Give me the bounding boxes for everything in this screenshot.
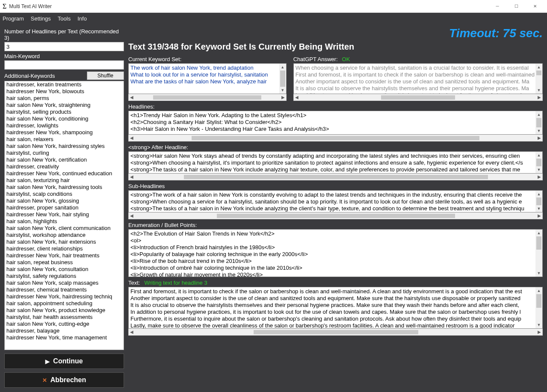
abort-button[interactable]: ✕ Abbrechen: [4, 372, 124, 388]
title-bar: Σ Multi Text AI Writer ─ ☐ ✕: [0, 0, 547, 13]
play-icon: ▶: [45, 358, 50, 365]
list-item: <strong>The tasks of a hair salon in New…: [130, 205, 535, 212]
menu-settings[interactable]: Settings: [31, 15, 51, 22]
sub-box[interactable]: <strong>The work of a hair salon in New …: [128, 190, 543, 212]
keyword-item[interactable]: hair salon New York, product knowledge: [5, 307, 124, 314]
scrollbar[interactable]: ▲▼: [535, 111, 542, 134]
maximize-button[interactable]: ☐: [507, 0, 526, 12]
answer-box[interactable]: When choosing a service for a hairstylis…: [293, 63, 543, 94]
continue-label: Continue: [53, 357, 83, 365]
answer-status: OK: [342, 56, 350, 62]
menu-info[interactable]: Info: [77, 15, 87, 22]
close-button[interactable]: ✕: [526, 0, 544, 12]
list-item: Another important aspect to consider is …: [296, 78, 535, 85]
continue-button[interactable]: ▶ Continue: [4, 354, 124, 369]
keyword-item[interactable]: hair salon New York, hair extensions: [5, 239, 124, 245]
h-scrollbar[interactable]: ◀▶: [128, 135, 543, 141]
scrollbar[interactable]: ▲▼: [535, 230, 542, 277]
headlines-box[interactable]: <h1>Trendy Hair Salon in New York. Adapt…: [128, 111, 543, 135]
enum-box[interactable]: <h2>The Evolution of Hair Salon Trends i…: [128, 229, 543, 277]
keyword-item[interactable]: hairstylist, safety regulations: [5, 273, 124, 280]
keyword-item[interactable]: hair salon, texturizing hair: [5, 177, 124, 184]
keyword-item[interactable]: hairdresser New York, hairdressing techn…: [5, 293, 124, 300]
keyword-item[interactable]: hair salon New York, certification: [5, 156, 124, 163]
keyword-item[interactable]: hair salon, repeat business: [5, 259, 124, 266]
h-scrollbar[interactable]: ◀▶: [128, 212, 543, 219]
keyword-item[interactable]: hairdresser New York, blowouts: [5, 88, 124, 95]
keyword-item[interactable]: hair salon New York, scalp massages: [5, 280, 124, 286]
keyword-item[interactable]: hairdresser, creativity: [5, 163, 124, 170]
keyword-item[interactable]: hair salon, perms: [5, 95, 124, 102]
keyword-item[interactable]: hairdresser, proper sanitation: [5, 204, 124, 211]
keyword-item[interactable]: hairdresser New York, shampooing: [5, 129, 124, 136]
keyword-item[interactable]: hair salon New York, cutting-edge: [5, 321, 124, 327]
menu-tools[interactable]: Tools: [58, 15, 71, 22]
keyword-item[interactable]: hairdresser, balayage: [5, 327, 124, 334]
list-item: In addition to personal hygiene practice…: [130, 309, 535, 315]
headlines-label: Headlines:: [128, 103, 543, 110]
list-item: <h2>Choosing a Sanitary Hair Stylist: Wh…: [130, 119, 535, 126]
keyword-item[interactable]: hairstylist, hair health assessments: [5, 314, 124, 321]
h-scrollbar[interactable]: ◀▶: [128, 94, 287, 101]
keyword-item[interactable]: hairdresser New York, hair treatments: [5, 252, 124, 259]
current-keyword-label: Current Keyword Set:: [128, 56, 287, 62]
current-keyword-box[interactable]: The work of hair salon New York, trend a…: [128, 63, 287, 94]
keyword-item[interactable]: hairdresser, chemical treatments: [5, 286, 124, 293]
list-item: Lastly, make sure to observe the overall…: [130, 322, 535, 329]
keyword-item[interactable]: hairdresser, client relationships: [5, 245, 124, 252]
text-box[interactable]: First and foremost, it is important to c…: [128, 287, 543, 329]
keyword-item[interactable]: hairstylist, selling products: [5, 109, 124, 115]
sub-label: Sub-Headlines: [128, 183, 543, 189]
list-item: <strong>Hair salon New York stays ahead …: [130, 153, 535, 159]
keyword-item[interactable]: hairstylist, scalp conditions: [5, 191, 124, 197]
scrollbar[interactable]: ▲▼: [535, 287, 542, 328]
keyword-item[interactable]: hairdresser New York, hair styling: [5, 211, 124, 218]
keyword-item[interactable]: hair salon New York, hairdressing tools: [5, 184, 124, 191]
h-scrollbar[interactable]: ◀▶: [293, 94, 543, 101]
abort-label: Abbrechen: [50, 376, 86, 384]
workspace: Number of Headlines per Text (Recommende…: [0, 24, 547, 392]
keyword-item[interactable]: hairdresser New York, continued educatio…: [5, 170, 124, 177]
minimize-button[interactable]: ─: [488, 0, 507, 12]
scrollbar[interactable]: ▲▼: [535, 191, 542, 212]
window-title: Multi Text AI Writer: [9, 3, 488, 9]
keyword-item[interactable]: hairdresser, keratin treatments: [5, 81, 124, 88]
list-item: <li>Introduction of ombré hair coloring …: [130, 265, 535, 271]
num-headlines-input[interactable]: [4, 42, 124, 51]
keyword-item[interactable]: hair salon New York, consultation: [5, 266, 124, 273]
keyword-item[interactable]: hairdresser New York, time management: [5, 334, 124, 341]
keyword-item[interactable]: hair salon New York, hairdressing styles: [5, 143, 124, 150]
keyword-item[interactable]: hair salon New York, straightening: [5, 102, 124, 109]
enum-label: Enumeration / Bullet Points:: [128, 222, 543, 228]
list-item: <strong>The tasks of a hair salon in New…: [130, 166, 535, 173]
list-item: <h3>Hair Salon in New York - Understandi…: [130, 126, 535, 133]
keyword-item[interactable]: hairstylist, workshop attendance: [5, 232, 124, 239]
app-icon: Σ: [3, 3, 6, 10]
additional-keywords-list[interactable]: hairdresser, keratin treatmentshairdress…: [4, 81, 124, 350]
keyword-item[interactable]: hair salon, relaxers: [5, 136, 124, 143]
answer-label: ChatGPT Answer:OK: [293, 56, 543, 62]
h-scrollbar[interactable]: ◀▶: [128, 329, 543, 336]
text-status: Writing text for headline 3: [144, 280, 207, 286]
keyword-item[interactable]: hair salon New York, conditioning: [5, 115, 124, 122]
keyword-item[interactable]: hair salon, appointment scheduling: [5, 300, 124, 307]
strong-box[interactable]: <strong>Hair salon New York stays ahead …: [128, 151, 543, 174]
main-keyword-input[interactable]: [4, 60, 124, 70]
list-item: Furthermore, it is essential to inquire …: [130, 315, 535, 322]
keyword-item[interactable]: hair salon, highlights: [5, 218, 124, 225]
keyword-item[interactable]: hairdresser, lowlights: [5, 122, 124, 129]
h-scrollbar[interactable]: ◀▶: [128, 174, 543, 180]
list-item: <h1>Trendy Hair Salon in New York. Adapt…: [130, 112, 535, 119]
keyword-item[interactable]: hair salon New York, glossing: [5, 197, 124, 204]
keyword-item[interactable]: hairstylist, curling: [5, 150, 124, 156]
scrollbar[interactable]: ▲▼: [535, 64, 542, 94]
strong-label: <strong> After Headline:: [128, 144, 543, 150]
scrollbar[interactable]: ▲▼: [535, 152, 542, 173]
scrollbar[interactable]: ▲▼: [279, 64, 286, 94]
main-keyword-label: Main-Keyword: [4, 53, 124, 59]
progress-heading: Text 319/348 for Keyword Set Is Currentl…: [128, 42, 543, 52]
list-item: Another important aspect to consider is …: [130, 295, 535, 302]
menu-program[interactable]: Program: [3, 15, 24, 22]
shuffle-button[interactable]: Shuffle: [87, 71, 124, 80]
keyword-item[interactable]: hair salon New York, client communicatio…: [5, 225, 124, 232]
